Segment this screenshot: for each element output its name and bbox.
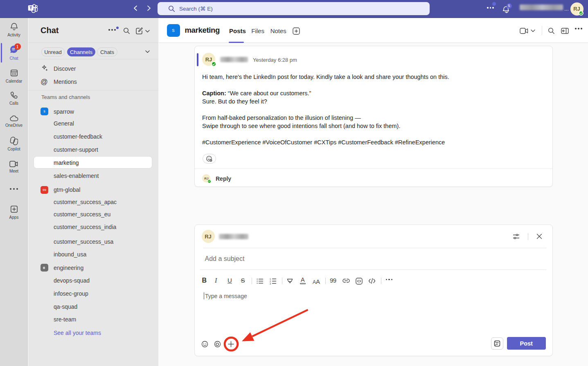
- svg-text:3: 3: [270, 283, 271, 285]
